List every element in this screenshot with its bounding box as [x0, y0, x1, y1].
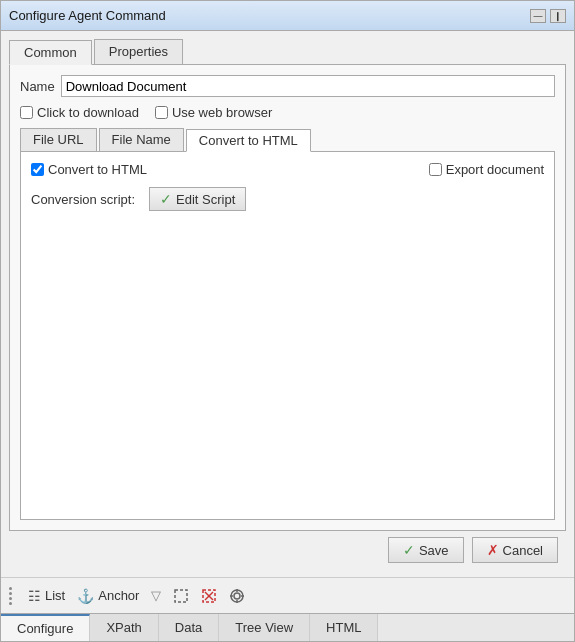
tab-convert-to-html[interactable]: Convert to HTML — [186, 129, 311, 152]
select-toolbar-item[interactable] — [173, 588, 189, 604]
save-button[interactable]: ✓ Save — [388, 537, 464, 563]
export-doc-checkbox[interactable] — [429, 163, 442, 176]
bottom-tab-xpath[interactable]: XPath — [90, 614, 158, 641]
filter-toolbar-item[interactable]: ▽ — [151, 588, 161, 603]
bottom-tab-html[interactable]: HTML — [310, 614, 378, 641]
list-toolbar-item[interactable]: ☷ List — [28, 588, 65, 604]
bottom-tab-data[interactable]: Data — [159, 614, 219, 641]
filter-icon: ▽ — [151, 588, 161, 603]
bottom-toolbar: ☷ List ⚓ Anchor ▽ — [1, 577, 574, 613]
convert-row: Convert to HTML Export document — [31, 162, 544, 177]
export-doc-label: Export document — [446, 162, 544, 177]
window-title: Configure Agent Command — [9, 8, 166, 23]
edit-script-button[interactable]: ✓ Edit Script — [149, 187, 246, 211]
checkboxes-row: Click to download Use web browser — [20, 105, 555, 120]
tab-file-name[interactable]: File Name — [99, 128, 184, 151]
cancel-button[interactable]: ✗ Cancel — [472, 537, 558, 563]
script-row: Conversion script: ✓ Edit Script — [31, 187, 544, 211]
tab-file-url[interactable]: File URL — [20, 128, 97, 151]
window-content: Common Properties Name Click to download… — [1, 31, 574, 577]
delete-icon — [201, 588, 217, 604]
name-field-row: Name — [20, 75, 555, 97]
click-to-download-item[interactable]: Click to download — [20, 105, 139, 120]
inner-tabs: File URL File Name Convert to HTML — [20, 128, 555, 152]
cancel-icon: ✗ — [487, 542, 499, 558]
cancel-label: Cancel — [503, 543, 543, 558]
action-row: ✓ Save ✗ Cancel — [9, 531, 566, 569]
svg-rect-0 — [175, 590, 187, 602]
edit-script-label: Edit Script — [176, 192, 235, 207]
convert-left: Convert to HTML — [31, 162, 147, 177]
list-icon: ☷ — [28, 588, 41, 604]
minimize-button[interactable]: — — [530, 9, 546, 23]
delete-toolbar-item[interactable] — [201, 588, 217, 604]
save-label: Save — [419, 543, 449, 558]
bottom-tab-tree-view[interactable]: Tree View — [219, 614, 310, 641]
tab-content-panel: Convert to HTML Export document Conversi… — [20, 152, 555, 520]
select-icon — [173, 588, 189, 604]
title-bar: Configure Agent Command — ❙ — [1, 1, 574, 31]
use-web-browser-item[interactable]: Use web browser — [155, 105, 272, 120]
click-to-download-checkbox[interactable] — [20, 106, 33, 119]
top-tabs: Common Properties — [9, 39, 566, 65]
convert-html-checkbox[interactable] — [31, 163, 44, 176]
tab-properties[interactable]: Properties — [94, 39, 183, 64]
toolbar-handle — [9, 587, 12, 605]
export-doc-item[interactable]: Export document — [429, 162, 544, 177]
pin-button[interactable]: ❙ — [550, 9, 566, 23]
bottom-nav: Configure XPath Data Tree View HTML — [1, 613, 574, 641]
anchor-label: Anchor — [98, 588, 139, 603]
convert-html-label: Convert to HTML — [48, 162, 147, 177]
use-web-browser-label: Use web browser — [172, 105, 272, 120]
svg-point-5 — [234, 593, 240, 599]
title-bar-buttons: — ❙ — [530, 9, 566, 23]
tab-common[interactable]: Common — [9, 40, 92, 65]
bottom-tab-configure[interactable]: Configure — [1, 614, 90, 641]
click-to-download-label: Click to download — [37, 105, 139, 120]
script-label: Conversion script: — [31, 192, 135, 207]
save-icon: ✓ — [403, 542, 415, 558]
name-input[interactable] — [61, 75, 555, 97]
anchor-toolbar-item[interactable]: ⚓ Anchor — [77, 588, 139, 604]
export-doc-item: Export document — [429, 162, 544, 177]
target-toolbar-item[interactable] — [229, 588, 245, 604]
list-label: List — [45, 588, 65, 603]
anchor-icon: ⚓ — [77, 588, 94, 604]
main-panel: Name Click to download Use web browser F… — [9, 65, 566, 531]
use-web-browser-checkbox[interactable] — [155, 106, 168, 119]
convert-html-item[interactable]: Convert to HTML — [31, 162, 147, 177]
name-label: Name — [20, 79, 55, 94]
target-icon — [229, 588, 245, 604]
check-icon: ✓ — [160, 191, 172, 207]
configure-agent-window: Configure Agent Command — ❙ Common Prope… — [0, 0, 575, 642]
